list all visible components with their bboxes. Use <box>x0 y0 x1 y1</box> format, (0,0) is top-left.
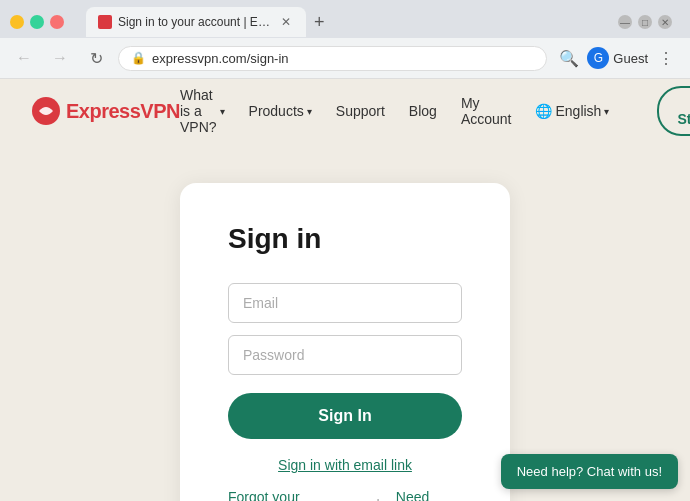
sign-in-button[interactable]: Sign In <box>228 393 462 439</box>
nav-blog[interactable]: Blog <box>409 103 437 119</box>
back-button[interactable]: ← <box>10 44 38 72</box>
password-help-row: Forgot your password? | Need help? <box>228 489 462 501</box>
tab-favicon <box>98 15 112 29</box>
logo-icon <box>32 97 60 125</box>
lock-icon: 🔒 <box>131 51 146 65</box>
chevron-down-icon: ▾ <box>604 106 609 117</box>
search-button[interactable]: 🔍 <box>555 44 583 72</box>
nav-links: What is a VPN? ▾ Products ▾ Support Blog… <box>180 86 690 136</box>
need-help-link[interactable]: Need help? <box>396 489 462 501</box>
nav-language[interactable]: 🌐 English ▾ <box>535 103 609 119</box>
sign-in-container: Sign in Sign In Sign in with email link … <box>0 143 690 501</box>
nav-my-account[interactable]: My Account <box>461 95 512 127</box>
chevron-down-icon: ▾ <box>220 106 225 117</box>
sign-in-card: Sign in Sign In Sign in with email link … <box>180 183 510 501</box>
profile-avatar: G <box>587 47 609 69</box>
address-text: expressvpn.com/sign-in <box>152 51 289 66</box>
nav-support[interactable]: Support <box>336 103 385 119</box>
forgot-password-link[interactable]: Forgot your password? <box>228 489 360 501</box>
close-button[interactable] <box>50 15 64 29</box>
window-min-btn[interactable]: — <box>618 15 632 29</box>
site-nav: ExpressVPN What is a VPN? ▾ Products ▾ S… <box>0 79 690 143</box>
logo-text: ExpressVPN <box>66 100 180 123</box>
sign-in-title: Sign in <box>228 223 462 255</box>
forward-button[interactable]: → <box>46 44 74 72</box>
window-close-btn[interactable]: ✕ <box>658 15 672 29</box>
email-field[interactable] <box>228 283 462 323</box>
chevron-down-icon: ▾ <box>307 106 312 117</box>
get-started-button[interactable]: Get Started <box>657 86 690 136</box>
logo[interactable]: ExpressVPN <box>32 97 180 125</box>
chat-widget[interactable]: Need help? Chat with us! <box>501 454 678 489</box>
nav-what-is-vpn[interactable]: What is a VPN? ▾ <box>180 87 225 135</box>
more-button[interactable]: ⋮ <box>652 44 680 72</box>
window-restore-btn[interactable]: □ <box>638 15 652 29</box>
nav-products[interactable]: Products ▾ <box>249 103 312 119</box>
tab-title: Sign in to your account | Expressy <box>118 15 272 29</box>
divider-separator: | <box>376 497 380 501</box>
profile-label: Guest <box>613 51 648 66</box>
minimize-button[interactable] <box>10 15 24 29</box>
password-field[interactable] <box>228 335 462 375</box>
maximize-button[interactable] <box>30 15 44 29</box>
new-tab-button[interactable]: + <box>306 8 333 37</box>
reload-button[interactable]: ↻ <box>82 44 110 72</box>
site-page: ExpressVPN What is a VPN? ▾ Products ▾ S… <box>0 79 690 501</box>
browser-tab[interactable]: Sign in to your account | Expressy ✕ <box>86 7 306 37</box>
profile-button[interactable]: G Guest <box>587 47 648 69</box>
globe-icon: 🌐 <box>535 103 552 119</box>
sign-in-email-link[interactable]: Sign in with email link <box>228 457 462 473</box>
tab-close-button[interactable]: ✕ <box>278 14 294 30</box>
